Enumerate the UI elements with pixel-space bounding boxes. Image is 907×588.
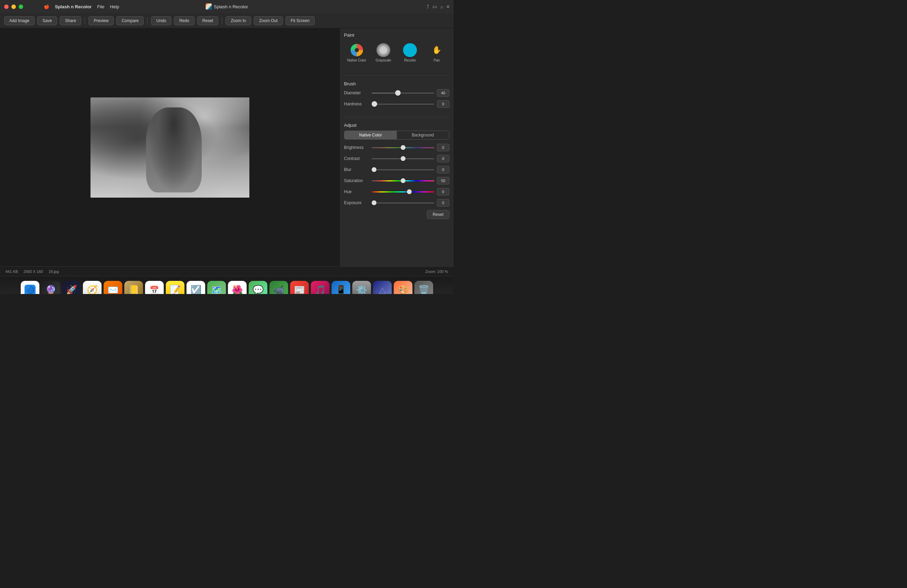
recolor-icon <box>403 43 417 57</box>
reset-toolbar-button[interactable]: Reset <box>197 16 218 25</box>
exposure-row: Exposure 0 <box>344 199 449 207</box>
hue-slider[interactable] <box>372 188 434 195</box>
hardness-slider[interactable] <box>372 101 434 107</box>
search-icon[interactable]: ⌕ <box>441 4 443 9</box>
display-icon[interactable]: ▭ <box>433 4 437 9</box>
grayscale-icon <box>377 43 390 57</box>
dock-trash[interactable]: 🗑️ <box>415 281 433 294</box>
menu-icon[interactable]: ≡ <box>447 4 449 9</box>
compare-button[interactable]: Compare <box>116 16 144 25</box>
brightness-row: Brightness 0 <box>344 144 449 151</box>
contrast-thumb[interactable] <box>401 156 405 161</box>
dock-altimeter[interactable]: △ <box>373 281 392 294</box>
filename: 18.jpg <box>48 269 59 274</box>
canvas-area[interactable] <box>0 28 340 266</box>
dock-news[interactable]: 📰 <box>290 281 309 294</box>
brush-section-title: Brush <box>344 81 449 87</box>
diameter-value: 40 <box>437 89 449 97</box>
saturation-slider[interactable] <box>372 177 434 184</box>
paint-section-title: Paint <box>344 32 449 38</box>
dock-appstore[interactable]: 📱 <box>332 281 350 294</box>
diameter-track <box>372 93 434 94</box>
native-color-icon <box>350 43 364 57</box>
blur-track <box>372 169 434 170</box>
adjust-reset-button[interactable]: Reset <box>427 210 449 219</box>
app-icon <box>205 3 212 10</box>
exposure-thumb[interactable] <box>372 200 377 205</box>
dock-splash-recolor[interactable]: 🎨 <box>394 281 412 294</box>
share-button[interactable]: Share <box>60 16 81 25</box>
dock-safari[interactable]: 🧭 <box>83 281 101 294</box>
dock-finder[interactable]: 🔵 <box>21 281 39 294</box>
add-image-button[interactable]: Add Image <box>4 16 35 25</box>
saturation-label: Saturation <box>344 178 372 183</box>
adjust-segment: Native Color Background <box>344 131 449 139</box>
apple-menu[interactable]: 🍎 <box>44 4 50 9</box>
adjust-section-title: Adjust <box>344 123 449 128</box>
dock-calendar[interactable]: 📅 <box>145 281 164 294</box>
dock-photos[interactable]: 🌺 <box>228 281 247 294</box>
native-color-mode-button[interactable]: Native Color <box>344 40 369 65</box>
app-menu-name[interactable]: Splash n Recolor <box>55 4 91 9</box>
svg-point-1 <box>355 48 359 52</box>
diameter-slider[interactable] <box>372 90 434 96</box>
hue-label: Hue <box>344 189 372 194</box>
close-button[interactable] <box>4 5 9 9</box>
exposure-slider[interactable] <box>372 199 434 206</box>
dock-contacts[interactable]: 📒 <box>124 281 143 294</box>
brightness-thumb[interactable] <box>401 145 405 150</box>
dock-reminders[interactable]: ☑️ <box>186 281 205 294</box>
zoom-out-button[interactable]: Zoom Out <box>254 16 282 25</box>
share-icon[interactable]: ⤴ <box>426 4 429 9</box>
brightness-label: Brightness <box>344 145 372 150</box>
fit-screen-button[interactable]: Fit Screen <box>286 16 315 25</box>
background-tab[interactable]: Background <box>397 131 449 139</box>
status-bar: 441 KB 2560 X 160 18.jpg Zoom: 100 % <box>0 266 454 276</box>
blur-slider[interactable] <box>372 166 434 173</box>
maximize-button[interactable] <box>19 5 23 9</box>
pan-mode-button[interactable]: ✋ Pan <box>424 40 449 65</box>
saturation-thumb[interactable] <box>401 178 405 183</box>
hue-thumb[interactable] <box>407 189 412 194</box>
pan-icon: ✋ <box>429 43 444 57</box>
dock-maps[interactable]: 🗺️ <box>207 281 226 294</box>
file-menu[interactable]: File <box>97 4 104 9</box>
diameter-thumb[interactable] <box>395 90 401 96</box>
blur-thumb[interactable] <box>372 167 377 172</box>
preview-button[interactable]: Preview <box>88 16 114 25</box>
dock-email-placeholder[interactable]: ✉️ <box>104 281 122 294</box>
save-button[interactable]: Save <box>37 16 57 25</box>
exposure-value: 0 <box>437 199 449 207</box>
brightness-slider[interactable] <box>372 144 434 151</box>
diameter-row: Diameter 40 <box>344 89 449 97</box>
zoom-in-button[interactable]: Zoom In <box>226 16 251 25</box>
native-color-tab[interactable]: Native Color <box>345 131 397 139</box>
dock-notes[interactable]: 📝 <box>166 281 184 294</box>
dock-music[interactable]: 🎵 <box>311 281 330 294</box>
redo-button[interactable]: Redo <box>174 16 194 25</box>
grayscale-mode-button[interactable]: Grayscale <box>370 40 396 65</box>
exposure-label: Exposure <box>344 200 372 205</box>
hue-fill <box>372 191 434 192</box>
adjust-section: Adjust Native Color Background Brightnes… <box>344 123 449 219</box>
diameter-fill <box>372 93 398 94</box>
toolbar-divider-1 <box>85 17 85 24</box>
dock-facetime[interactable]: 📹 <box>269 281 288 294</box>
grayscale-mode-label: Grayscale <box>375 58 391 62</box>
hardness-track <box>372 104 434 105</box>
menu-bar: 🍎 Splash n Recolor File Help <box>44 4 119 9</box>
minimize-button[interactable] <box>11 5 16 9</box>
contrast-slider[interactable] <box>372 155 434 162</box>
dock-siri[interactable]: 🔮 <box>42 281 60 294</box>
dock-system-settings[interactable]: ⚙️ <box>352 281 371 294</box>
hardness-thumb[interactable] <box>372 101 377 107</box>
titlebar-app-name: Splash n Recolor <box>214 4 248 9</box>
recolor-mode-button[interactable]: Recolor <box>397 40 423 65</box>
dock-messages[interactable]: 💬 <box>249 281 267 294</box>
hue-track <box>372 191 434 192</box>
help-menu[interactable]: Help <box>110 4 119 9</box>
dock-rocket-typist[interactable]: 🚀 <box>62 281 81 294</box>
brush-section: Brush Diameter 40 Hardness <box>344 81 449 111</box>
undo-button[interactable]: Undo <box>151 16 171 25</box>
hue-row: Hue 0 <box>344 188 449 195</box>
